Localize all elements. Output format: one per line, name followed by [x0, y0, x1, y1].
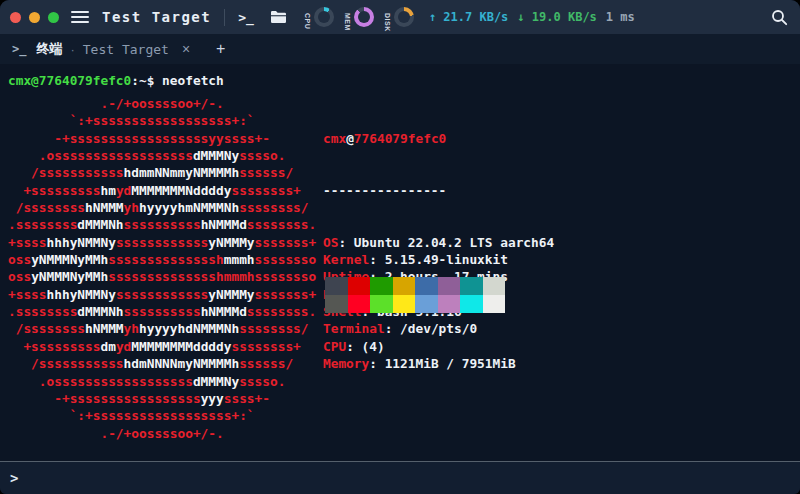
palette-row-normal: [325, 277, 505, 295]
app-label: 终端: [36, 40, 62, 58]
maximize-window-button[interactable]: [48, 12, 59, 23]
search-icon[interactable]: [771, 9, 788, 26]
palette-swatch: [348, 295, 371, 313]
minimize-window-button[interactable]: [29, 12, 40, 23]
mem-gauge: MEM: [343, 7, 374, 27]
palette-swatch: [438, 295, 461, 313]
palette-swatch: [460, 277, 483, 295]
neofetch-info: cmx@7764079fefc0 ---------------- OS: Ub…: [323, 95, 554, 407]
tab-close-icon[interactable]: ×: [182, 42, 190, 56]
palette-swatch: [325, 295, 348, 313]
tab-bar: >_ 终端 · Test Target × +: [0, 34, 800, 64]
palette-swatch: [415, 277, 438, 295]
palette-row-bright: [325, 295, 505, 313]
tab-terminal-icon: >_: [12, 42, 26, 56]
window-controls: [10, 12, 59, 23]
palette-swatch: [370, 295, 393, 313]
info-row: Terminal: /dev/pts/0: [323, 320, 554, 337]
palette-swatch: [438, 277, 461, 295]
ubuntu-ascii-logo: .-/+oossssoo+/-. `:+ssssssssssssssssss+:…: [8, 95, 316, 442]
info-row: Kernel: 5.15.49-linuxkit: [323, 251, 554, 268]
latency-value: 1 ms: [606, 10, 635, 24]
palette-swatch: [415, 295, 438, 313]
prompt-user-host: cmx@7764079fefc0: [8, 73, 131, 88]
command-input-bar[interactable]: >: [0, 461, 800, 494]
palette-swatch: [370, 277, 393, 295]
title-bar: Test Target >_ CPUMEMDISK ↑ 21.7 KB/s ↓ …: [0, 0, 800, 34]
command-text: neofetch: [162, 73, 224, 88]
palette-swatch: [325, 277, 348, 295]
tab-separator: ·: [70, 42, 74, 57]
info-row: Memory: 1121MiB / 7951MiB: [323, 355, 554, 372]
ansi-color-palette: [325, 277, 505, 313]
info-row: OS: Ubuntu 22.04.2 LTS aarch64: [323, 234, 554, 251]
new-tab-button[interactable]: +: [216, 41, 225, 57]
palette-swatch: [393, 295, 416, 313]
info-row: CPU: (4): [323, 338, 554, 355]
download-speed: ↓ 19.0 KB/s: [517, 10, 596, 24]
window-title: Test Target: [102, 9, 211, 25]
input-chevron-icon: >: [10, 470, 18, 486]
toolbar-divider: [224, 9, 225, 26]
info-title: cmx@7764079fefc0: [323, 130, 554, 147]
prompt-suffix: :~$: [131, 73, 162, 88]
terminal-output[interactable]: cmx@7764079fefc0:~$ neofetch .-/+oosssso…: [0, 64, 800, 461]
network-stats: ↑ 21.7 KB/s ↓ 19.0 KB/s 1 ms: [429, 10, 635, 24]
close-window-button[interactable]: [10, 12, 21, 23]
command-prompt-line: cmx@7764079fefc0:~$ neofetch: [8, 72, 224, 89]
palette-swatch: [483, 277, 506, 295]
menu-icon[interactable]: [71, 11, 89, 23]
info-underline: ----------------: [323, 182, 554, 199]
palette-swatch: [393, 277, 416, 295]
disk-gauge: DISK: [383, 7, 414, 27]
palette-swatch: [460, 295, 483, 313]
cpu-gauge: CPU: [303, 7, 334, 27]
palette-swatch: [483, 295, 506, 313]
terminal-app-window: Test Target >_ CPUMEMDISK ↑ 21.7 KB/s ↓ …: [0, 0, 800, 494]
folder-icon[interactable]: [270, 10, 287, 24]
terminal-icon[interactable]: >_: [238, 10, 254, 25]
palette-swatch: [348, 277, 371, 295]
tab-test-target[interactable]: Test Target: [83, 42, 169, 57]
upload-speed: ↑ 21.7 KB/s: [429, 10, 508, 24]
system-gauges: CPUMEMDISK: [303, 7, 423, 27]
